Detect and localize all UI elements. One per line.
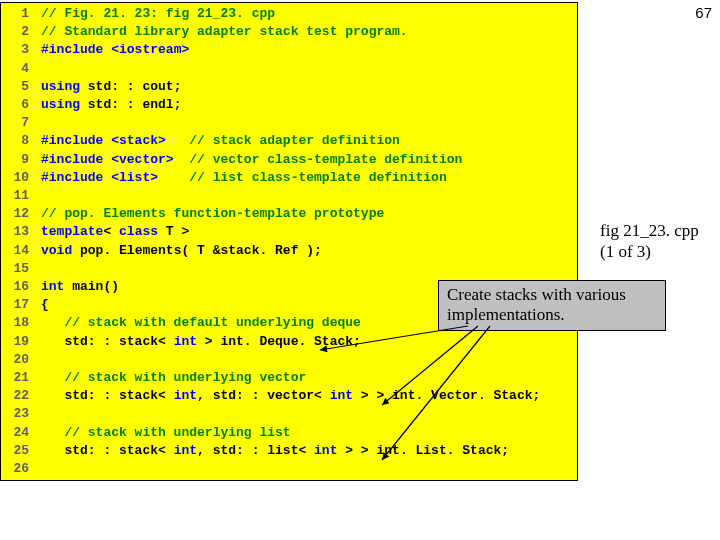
code-content: #include <iostream> [41,41,189,59]
code-content: std: : stack< int > int. Deque. Stack; [41,333,361,351]
line-number: 9 [1,151,41,169]
code-line: 5using std: : cout; [1,78,577,96]
code-line: 14void pop. Elements( T &stack. Ref ); [1,242,577,260]
code-line: 9#include <vector> // vector class-templ… [1,151,577,169]
code-content: template< class T > [41,223,189,241]
code-line: 12// pop. Elements function-template pro… [1,205,577,223]
caption-line2: (1 of 3) [600,242,651,261]
code-content: { [41,296,49,314]
line-number: 16 [1,278,41,296]
line-number: 21 [1,369,41,387]
code-block: 1// Fig. 21. 23: fig 21_23. cpp2// Stand… [0,2,578,481]
line-number: 22 [1,387,41,405]
line-number: 4 [1,60,41,78]
line-number: 11 [1,187,41,205]
line-number: 20 [1,351,41,369]
code-content: #include <list> // list class-template d… [41,169,447,187]
line-number: 14 [1,242,41,260]
line-number: 1 [1,5,41,23]
line-number: 15 [1,260,41,278]
code-line: 24 // stack with underlying list [1,424,577,442]
code-content: using std: : cout; [41,78,181,96]
code-content: // pop. Elements function-template proto… [41,205,384,223]
code-line: 20 [1,351,577,369]
code-content: std: : stack< int, std: : list< int > > … [41,442,509,460]
callout-annotation: Create stacks with various implementatio… [438,280,666,331]
code-line: 10#include <list> // list class-template… [1,169,577,187]
code-line: 23 [1,405,577,423]
code-line: 21 // stack with underlying vector [1,369,577,387]
code-line: 13template< class T > [1,223,577,241]
line-number: 23 [1,405,41,423]
code-line: 22 std: : stack< int, std: : vector< int… [1,387,577,405]
code-content: using std: : endl; [41,96,181,114]
code-line: 19 std: : stack< int > int. Deque. Stack… [1,333,577,351]
line-number: 17 [1,296,41,314]
code-line: 11 [1,187,577,205]
line-number: 6 [1,96,41,114]
line-number: 5 [1,78,41,96]
code-line: 15 [1,260,577,278]
code-line: 25 std: : stack< int, std: : list< int >… [1,442,577,460]
code-content: // stack with underlying vector [41,369,306,387]
code-content: // stack with default underlying deque [41,314,361,332]
code-line: 26 [1,460,577,478]
code-line: 6using std: : endl; [1,96,577,114]
code-content: #include <vector> // vector class-templa… [41,151,462,169]
code-content: void pop. Elements( T &stack. Ref ); [41,242,322,260]
code-content: // Standard library adapter stack test p… [41,23,408,41]
code-line: 8#include <stack> // stack adapter defin… [1,132,577,150]
line-number: 10 [1,169,41,187]
code-line: 4 [1,60,577,78]
line-number: 13 [1,223,41,241]
code-line: 7 [1,114,577,132]
line-number: 7 [1,114,41,132]
slide-caption: fig 21_23. cpp (1 of 3) [600,220,699,263]
code-content: // Fig. 21. 23: fig 21_23. cpp [41,5,275,23]
line-number: 18 [1,314,41,332]
line-number: 8 [1,132,41,150]
code-content: int main() [41,278,119,296]
code-content: #include <stack> // stack adapter defini… [41,132,400,150]
line-number: 19 [1,333,41,351]
line-number: 26 [1,460,41,478]
code-line: 2// Standard library adapter stack test … [1,23,577,41]
line-number: 25 [1,442,41,460]
line-number: 2 [1,23,41,41]
code-content: std: : stack< int, std: : vector< int > … [41,387,540,405]
caption-line1: fig 21_23. cpp [600,221,699,240]
line-number: 12 [1,205,41,223]
line-number: 24 [1,424,41,442]
code-content: // stack with underlying list [41,424,291,442]
code-line: 1// Fig. 21. 23: fig 21_23. cpp [1,5,577,23]
page-number: 67 [695,4,712,21]
line-number: 3 [1,41,41,59]
code-line: 3#include <iostream> [1,41,577,59]
